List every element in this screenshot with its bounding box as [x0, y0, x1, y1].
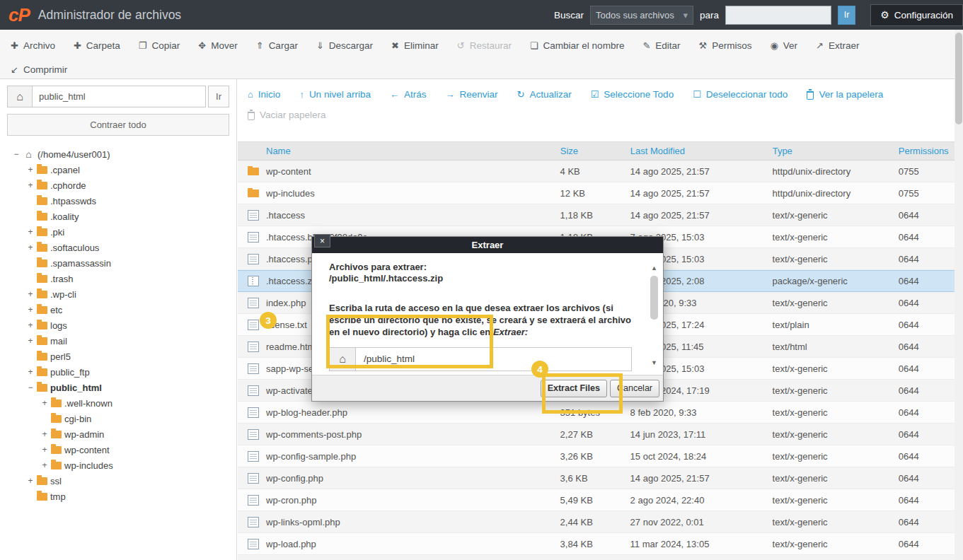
tree-item[interactable]: + .well-known — [7, 395, 229, 411]
nav-link[interactable]: ← Atrás — [390, 89, 427, 100]
nav-link[interactable]: ☑ Seleccione Todo — [591, 89, 674, 100]
tree-item[interactable]: tmp — [7, 489, 229, 504]
tree-expander[interactable]: + — [27, 243, 34, 252]
tree-item[interactable]: + .pki — [7, 224, 229, 240]
nav-link[interactable]: ☐ Deseleccionar todo — [693, 89, 788, 100]
home-button[interactable] — [329, 347, 356, 371]
tree-item[interactable]: + .softaculous — [7, 240, 229, 255]
tree-item[interactable]: .koality — [7, 209, 229, 224]
tree-expander[interactable]: + — [27, 227, 34, 237]
tree-expander[interactable]: + — [27, 336, 34, 346]
settings-button[interactable]: Configuración — [870, 4, 963, 26]
tree-item[interactable]: + .cpanel — [7, 162, 229, 177]
tree-item[interactable]: .spamassassin — [7, 255, 229, 271]
tree-expander[interactable]: + — [41, 460, 48, 470]
table-row[interactable]: wp-login.php 7,43 KB 14 ago 2025, 21:57 … — [238, 555, 955, 560]
tree-item[interactable]: .trash — [7, 271, 229, 286]
toolbar-item[interactable]: ↗ Extraer — [807, 40, 868, 51]
path-input[interactable] — [33, 86, 206, 107]
table-row[interactable]: wp-content 4 KB 14 ago 2025, 21:57 httpd… — [238, 161, 955, 182]
table-row[interactable]: wp-cron.php 5,49 KB 2 ago 2024, 22:40 te… — [238, 489, 955, 511]
tree-expander[interactable]: + — [27, 320, 34, 330]
table-row[interactable]: wp-includes 12 KB 14 ago 2025, 21:57 htt… — [238, 182, 955, 204]
file-permissions: 0644 — [899, 298, 955, 308]
toolbar-item[interactable]: ❐ Copiar — [129, 40, 189, 51]
nav-link[interactable]: ↑ Un nivel arriba — [299, 89, 371, 100]
column-header-type[interactable]: Type — [773, 146, 899, 156]
nav-link[interactable]: Vaciar papelera — [248, 110, 326, 120]
close-button[interactable]: × — [314, 234, 330, 247]
file-size: 12 KB — [560, 188, 630, 199]
home-button[interactable] — [7, 86, 33, 107]
table-row[interactable]: wp-comments-post.php 2,27 KB 14 jun 2023… — [238, 424, 955, 445]
table-row[interactable]: wp-config.php 3,6 KB 14 ago 2025, 21:57 … — [238, 467, 955, 489]
tree-item[interactable]: + .cphorde — [7, 177, 229, 193]
column-header-permissions[interactable]: Permissions — [899, 146, 955, 156]
dialog-scrollbar-thumb[interactable] — [650, 276, 658, 320]
cancel-button[interactable]: Cancelar — [610, 380, 659, 397]
toolbar-item[interactable]: ⇑ Cargar — [247, 40, 307, 51]
table-row[interactable]: .htaccess 1,18 KB 14 ago 2025, 21:57 tex… — [238, 204, 955, 226]
tree-item[interactable]: + wp-content — [7, 442, 229, 457]
tree-item[interactable]: + .wp-cli — [7, 286, 229, 302]
column-header-name[interactable]: Name — [238, 146, 560, 156]
nav-link[interactable]: Ver la papelera — [807, 89, 883, 100]
column-header-size[interactable]: Size — [560, 146, 630, 156]
tree-expander[interactable]: + — [41, 429, 48, 439]
scroll-down-icon[interactable] — [649, 359, 659, 366]
scrollbar-thumb[interactable] — [955, 33, 962, 124]
extract-path-input[interactable] — [356, 347, 632, 371]
tree-item[interactable]: perl5 — [7, 349, 229, 364]
search-go-button[interactable]: Ir — [838, 6, 855, 25]
path-go-button[interactable]: Ir — [208, 86, 229, 107]
tree-expander[interactable]: + — [41, 398, 48, 408]
tree-expander[interactable]: + — [27, 165, 34, 175]
tree-item[interactable]: − public_html — [7, 380, 229, 395]
nav-link[interactable]: ⌂ Inicio — [248, 89, 280, 100]
nav-link[interactable]: ↻ Actualizar — [517, 89, 571, 100]
tree-item[interactable]: + mail — [7, 333, 229, 349]
tree-item[interactable]: + logs — [7, 317, 229, 333]
search-input[interactable] — [725, 6, 831, 25]
tree-item[interactable]: + wp-admin — [7, 426, 229, 442]
page-scrollbar[interactable] — [955, 30, 963, 560]
toolbar-item[interactable]: ⚒ Permisos — [690, 40, 761, 51]
toolbar-item[interactable]: ✎ Editar — [633, 40, 689, 51]
tree-item[interactable]: .htpasswds — [7, 193, 229, 209]
dialog-scrollbar[interactable] — [649, 260, 659, 369]
toolbar-item[interactable]: ✥ Mover — [189, 40, 246, 51]
table-row[interactable]: wp-load.php 3,84 KB 11 mar 2024, 13:05 t… — [238, 533, 955, 555]
tree-expander[interactable]: − — [13, 149, 20, 159]
toolbar-item[interactable]: ❏ Cambiar el nombre — [521, 40, 633, 51]
tree-expander[interactable]: − — [27, 383, 34, 392]
table-row[interactable]: wp-config-sample.php 3,26 KB 15 oct 2024… — [238, 445, 955, 467]
search-scope-select[interactable]: Todos sus archivos — [590, 6, 693, 25]
tree-expander[interactable]: + — [27, 476, 34, 486]
scroll-up-icon[interactable] — [649, 264, 659, 272]
toolbar-item-label: Archivo — [23, 40, 55, 51]
tree-item[interactable]: cgi-bin — [7, 411, 229, 426]
tree-expander[interactable]: + — [27, 367, 34, 377]
tree-item[interactable]: − ⌂ (/home4/user001) — [7, 146, 229, 162]
tree-item[interactable]: + public_ftp — [7, 364, 229, 380]
collapse-all-button[interactable]: Contraer todo — [7, 114, 229, 136]
tree-expander[interactable]: + — [27, 180, 34, 190]
tree-expander[interactable]: + — [41, 445, 48, 455]
nav-link[interactable]: → Reenviar — [445, 89, 497, 100]
toolbar-item[interactable]: ◉ Ver — [761, 40, 807, 51]
tree-expander[interactable]: + — [27, 289, 34, 299]
tree-expander[interactable]: + — [27, 305, 34, 315]
tree-item[interactable]: + etc — [7, 302, 229, 317]
toolbar-item[interactable]: ✚ Archivo — [1, 40, 64, 51]
toolbar-item[interactable]: ✖ Eliminar — [382, 40, 448, 51]
toolbar-item[interactable]: ↺ Restaurar — [448, 40, 521, 51]
toolbar-item[interactable]: ✚ Carpeta — [64, 40, 129, 51]
toolbar-item[interactable]: ⇓ Descargar — [307, 40, 382, 51]
table-row[interactable]: wp-blog-header.php 351 bytes 8 feb 2020,… — [238, 402, 955, 424]
extract-files-button[interactable]: Extract Files — [541, 380, 607, 397]
toolbar-item[interactable]: ↙ Comprimir — [1, 64, 76, 75]
tree-item[interactable]: + ssl — [7, 473, 229, 489]
table-row[interactable]: wp-links-opml.php 2,44 KB 27 nov 2022, 0… — [238, 511, 955, 533]
column-header-modified[interactable]: Last Modified — [630, 146, 773, 156]
tree-item[interactable]: + wp-includes — [7, 457, 229, 473]
